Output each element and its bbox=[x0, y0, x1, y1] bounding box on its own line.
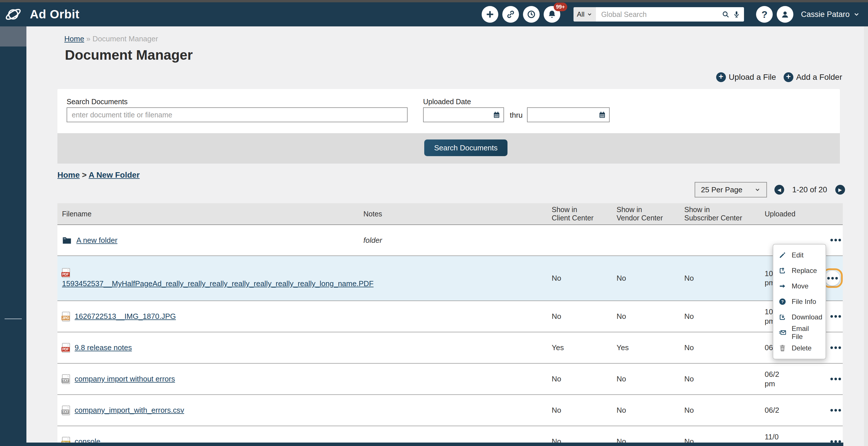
column-header: Notes bbox=[359, 203, 547, 225]
document-manager-page: Ad Orbit 99+ All bbox=[0, 0, 868, 446]
sidebar-item-w2[interactable] bbox=[0, 253, 26, 274]
notes-cell bbox=[359, 332, 547, 363]
window-chrome-strip bbox=[0, 0, 868, 2]
breadcrumb-home-link[interactable]: Home bbox=[64, 34, 84, 43]
column-header: Show in Vendor Center bbox=[612, 203, 680, 225]
sidebar-item-home[interactable] bbox=[0, 26, 26, 46]
subscriber-center-cell: No bbox=[680, 394, 760, 426]
row-context-menu: EditReplaceMove?File InfoDownloadEmail F… bbox=[773, 244, 826, 359]
folder-home-link[interactable]: Home bbox=[57, 170, 80, 179]
scrollbar[interactable] bbox=[864, 26, 868, 446]
microphone-icon[interactable] bbox=[733, 10, 741, 19]
column-header: Show in Subscriber Center bbox=[680, 203, 760, 225]
actions-cell bbox=[826, 363, 843, 394]
sidebar-item-cart[interactable] bbox=[0, 170, 26, 191]
sidebar-item-mailbox[interactable] bbox=[0, 212, 26, 232]
calendar-icon[interactable] bbox=[493, 111, 501, 119]
sidebar-item-truck[interactable] bbox=[0, 232, 26, 253]
user-menu[interactable]: Cassie Pataro bbox=[801, 10, 860, 19]
column-header: Uploaded bbox=[760, 203, 826, 225]
per-page-select[interactable]: 25 Per Page bbox=[694, 182, 767, 197]
filename-link[interactable]: A new folder bbox=[76, 235, 117, 245]
search-scope-select[interactable]: All bbox=[574, 7, 596, 22]
filename-cell: A new folder bbox=[57, 225, 359, 256]
sidebar-item-mail[interactable] bbox=[0, 274, 26, 294]
sidebar-item-handshake[interactable] bbox=[0, 67, 26, 88]
filename-link[interactable]: 1593452537__MyHalfPageAd_really_really_r… bbox=[62, 279, 373, 288]
filename-link[interactable]: company import without errors bbox=[74, 374, 175, 384]
chevron-down-icon bbox=[754, 187, 761, 193]
context-menu-item-delete[interactable]: Delete bbox=[773, 340, 826, 356]
ellipsis-icon bbox=[827, 277, 838, 280]
upload-file-button[interactable]: + Upload a File bbox=[716, 72, 776, 82]
document-search-input[interactable] bbox=[67, 107, 408, 122]
page-actions: + Upload a File + Add a Folder bbox=[716, 72, 842, 82]
download-icon bbox=[778, 313, 787, 321]
row-actions-button[interactable] bbox=[830, 409, 841, 412]
per-page-value: 25 Per Page bbox=[701, 185, 743, 194]
context-menu-item-file-info[interactable]: ?File Info bbox=[773, 294, 826, 309]
links-button[interactable] bbox=[502, 6, 519, 23]
info-icon: ? bbox=[778, 297, 787, 306]
svg-text:?: ? bbox=[781, 299, 784, 304]
help-button[interactable]: ? bbox=[756, 6, 773, 23]
context-menu-item-email-file[interactable]: Email File bbox=[773, 325, 826, 340]
column-header: Filename bbox=[57, 203, 359, 225]
next-page-button[interactable]: ▶ bbox=[835, 185, 845, 195]
clock-icon bbox=[526, 9, 536, 19]
brand-logo[interactable]: Ad Orbit bbox=[0, 5, 80, 24]
add-folder-button[interactable]: + Add a Folder bbox=[784, 72, 842, 82]
global-search-bar: All bbox=[574, 7, 744, 22]
table-row: JPG1626722513__IMG_1870.JPG No No No 10/… bbox=[57, 301, 843, 332]
sidebar-item-users[interactable] bbox=[0, 46, 26, 67]
filename-link[interactable]: company_import_with_errors.csv bbox=[74, 406, 184, 415]
row-actions-button[interactable] bbox=[830, 378, 841, 380]
filename-link[interactable]: 1626722513__IMG_1870.JPG bbox=[74, 312, 176, 321]
calendar-icon[interactable] bbox=[598, 111, 606, 119]
folder-current-link[interactable]: A New Folder bbox=[89, 170, 140, 179]
row-actions-button[interactable] bbox=[825, 270, 840, 286]
context-menu-item-edit[interactable]: Edit bbox=[773, 247, 826, 263]
sidebar-item-invoice[interactable] bbox=[0, 108, 26, 129]
question-icon: ? bbox=[762, 9, 768, 20]
table-row: TXTcompany_import_with_errors.csv No No … bbox=[57, 394, 843, 426]
notes-cell bbox=[359, 256, 547, 301]
pagination: 25 Per Page ◀ 1-20 of 20 ▶ bbox=[694, 182, 845, 197]
uploaded-cell: 06/2 pm bbox=[760, 363, 826, 394]
filename-link[interactable]: 9.8 release notes bbox=[74, 343, 132, 352]
sidebar-item-settings[interactable] bbox=[0, 323, 26, 343]
sidebar-item-clipboard[interactable] bbox=[0, 150, 26, 170]
context-menu-label: Move bbox=[792, 282, 809, 290]
context-menu-item-download[interactable]: Download bbox=[773, 309, 826, 325]
row-actions-button[interactable] bbox=[830, 239, 841, 242]
sidebar-item-award[interactable] bbox=[0, 191, 26, 212]
thru-label: thru bbox=[510, 111, 523, 120]
vendor-center-cell: Yes bbox=[612, 332, 680, 363]
search-documents-button[interactable]: Search Documents bbox=[424, 139, 507, 156]
sidebar-item-ledger[interactable] bbox=[0, 129, 26, 150]
row-actions-button[interactable] bbox=[830, 346, 841, 349]
context-menu-item-replace[interactable]: Replace bbox=[773, 263, 826, 278]
context-menu-item-move[interactable]: Move bbox=[773, 278, 826, 294]
row-actions-button[interactable] bbox=[830, 315, 841, 318]
quick-add-button[interactable] bbox=[482, 6, 498, 23]
bell-icon bbox=[547, 9, 557, 19]
sidebar-item-images[interactable] bbox=[0, 88, 26, 108]
vendor-center-cell: No bbox=[612, 256, 680, 301]
actions-cell bbox=[826, 225, 843, 256]
user-avatar[interactable] bbox=[777, 6, 794, 23]
orbit-logo-icon bbox=[3, 5, 23, 24]
upload-file-label: Upload a File bbox=[729, 73, 776, 82]
client-center-cell: No bbox=[547, 256, 612, 301]
notification-badge: 99+ bbox=[554, 3, 567, 11]
vendor-center-cell: No bbox=[612, 394, 680, 426]
file-icon-pdf: PDF bbox=[62, 268, 70, 278]
history-button[interactable] bbox=[523, 6, 539, 23]
notes-cell: folder bbox=[359, 225, 547, 256]
previous-page-button[interactable]: ◀ bbox=[774, 185, 784, 195]
sidebar-item-pie[interactable] bbox=[0, 294, 26, 315]
notifications-button[interactable]: 99+ bbox=[544, 6, 560, 23]
search-icon[interactable] bbox=[722, 10, 730, 19]
uploaded-date-from-input[interactable] bbox=[423, 107, 504, 122]
uploaded-date-to-input[interactable] bbox=[527, 107, 610, 122]
